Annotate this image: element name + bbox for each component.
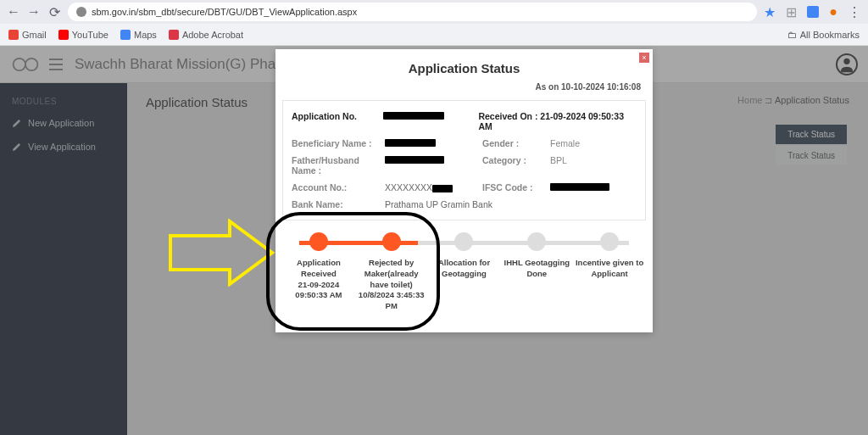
browser-toolbar: ← → ⟳ sbm.gov.in/sbm_dbt/secure/DBT/GU/D… <box>0 0 868 24</box>
site-info-icon <box>76 7 86 17</box>
gmail-icon <box>8 30 19 40</box>
url-text: sbm.gov.in/sbm_dbt/secure/DBT/GU/DBT_Vie… <box>92 7 357 17</box>
acrobat-icon <box>169 30 179 40</box>
translate-icon[interactable] <box>807 6 819 18</box>
close-icon[interactable]: × <box>639 53 649 63</box>
application-details: Application No. Received On : 21-09-2024… <box>282 100 646 220</box>
detail-row: Beneficiary Name : Gender : Female <box>292 135 637 152</box>
profile-icon[interactable]: ⋮ <box>848 4 861 20</box>
step-dot-inactive <box>600 232 619 251</box>
pencil-icon <box>12 142 21 152</box>
bookmark-maps[interactable]: Maps <box>120 30 157 40</box>
bookmark-youtube[interactable]: YouTube <box>58 30 108 40</box>
menu-icon[interactable]: ● <box>829 4 837 20</box>
detail-row: Bank Name: Prathama UP Gramin Bank <box>292 196 637 213</box>
svg-point-1 <box>25 58 37 70</box>
menu-toggle[interactable] <box>49 59 63 70</box>
sidebar: MODULES New Application View Application <box>0 83 127 435</box>
detail-row: Account No.: XXXXXXXX IFSC Code : <box>292 179 637 196</box>
detail-row: Application No. Received On : 21-09-2024… <box>292 108 637 135</box>
app-title: Swachh Bharat Mission(G) Pha <box>75 56 275 73</box>
bookmark-gmail[interactable]: Gmail <box>8 30 47 40</box>
folder-icon: 🗀 <box>787 30 797 40</box>
all-bookmarks[interactable]: 🗀All Bookmarks <box>787 30 860 40</box>
extension-icon[interactable]: ⊞ <box>786 4 797 20</box>
annotation-highlight-oval <box>266 212 440 331</box>
svg-point-2 <box>843 58 849 64</box>
breadcrumb: Home ⊐ Application Status <box>737 95 849 106</box>
bookmarks-bar: Gmail YouTube Maps Adobe Acrobat 🗀All Bo… <box>0 24 868 46</box>
back-button[interactable]: ← <box>7 5 20 19</box>
sbm-logo-icon <box>10 54 41 75</box>
redacted-value <box>385 139 436 147</box>
svg-point-0 <box>14 58 25 70</box>
modal-title: Application Status <box>275 49 653 82</box>
track-badges: Track Status Track Status <box>776 125 847 167</box>
redacted-value <box>383 112 444 120</box>
bookmark-acrobat[interactable]: Adobe Acrobat <box>169 30 243 40</box>
sidebar-item-view-application[interactable]: View Application <box>0 135 127 159</box>
timeline-step-geotagging: IHHL Geotagging Done <box>500 232 573 312</box>
youtube-icon <box>58 30 69 40</box>
redacted-value <box>385 156 444 164</box>
detail-row: Father/Husband Name : Category : BPL <box>292 152 637 179</box>
breadcrumb-current: Application Status <box>775 95 849 105</box>
pencil-icon <box>12 119 21 128</box>
user-avatar-icon[interactable] <box>836 53 858 75</box>
sidebar-item-new-application[interactable]: New Application <box>0 111 127 135</box>
track-status-button-2[interactable]: Track Status <box>776 146 847 165</box>
step-dot-inactive <box>454 232 473 251</box>
reload-button[interactable]: ⟳ <box>47 5 61 19</box>
as-on-timestamp: As on 10-10-2024 10:16:08 <box>275 82 653 100</box>
annotation-arrow-icon <box>166 219 276 287</box>
forward-button[interactable]: → <box>27 5 41 19</box>
track-status-button[interactable]: Track Status <box>776 125 847 144</box>
maps-icon <box>120 30 131 40</box>
timeline-step-incentive: Incentive given to Applicant <box>573 232 646 312</box>
star-icon[interactable]: ★ <box>764 4 776 20</box>
breadcrumb-home[interactable]: Home <box>737 95 762 105</box>
sidebar-header: MODULES <box>0 92 127 111</box>
extension-area: ★ ⊞ ● ⋮ <box>764 4 861 20</box>
step-dot-inactive <box>527 232 546 251</box>
address-bar[interactable]: sbm.gov.in/sbm_dbt/secure/DBT/GU/DBT_Vie… <box>68 3 757 21</box>
redacted-value <box>550 183 609 191</box>
redacted-value <box>432 185 453 192</box>
